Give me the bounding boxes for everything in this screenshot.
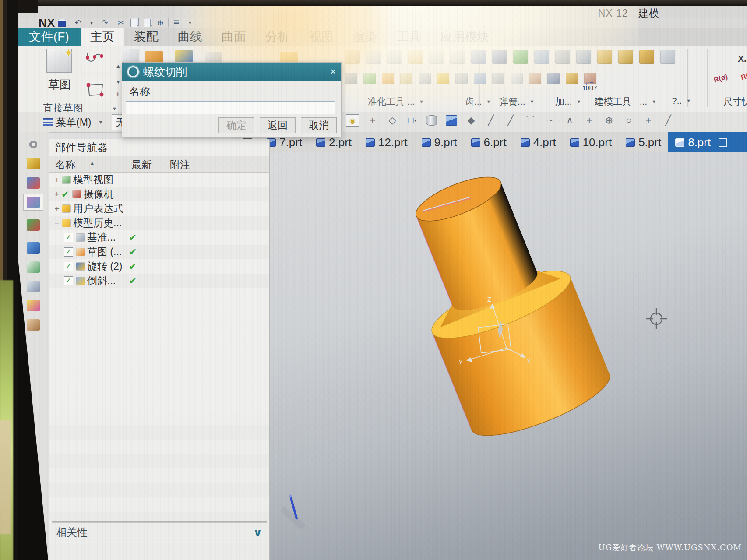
plus-icon[interactable]: + bbox=[642, 113, 655, 128]
part-tab[interactable]: 9.prt bbox=[415, 132, 464, 152]
expander-icon[interactable]: + bbox=[53, 175, 61, 185]
roles-icon[interactable] bbox=[24, 317, 43, 333]
ribbon-group-label[interactable]: 加... ▼ bbox=[555, 95, 581, 108]
orange-box-icon[interactable] bbox=[382, 73, 394, 84]
ribbon-tab[interactable]: 主页 bbox=[81, 28, 124, 46]
tree-row[interactable]: + ✔ 摄像机 bbox=[49, 187, 269, 201]
washer-icon[interactable] bbox=[408, 50, 423, 64]
gear-modeling-icon[interactable] bbox=[534, 50, 549, 64]
checkbox[interactable]: ✓ bbox=[64, 276, 73, 285]
checkbox[interactable]: ✓ bbox=[64, 262, 73, 271]
cut-icon[interactable]: ✂ bbox=[114, 18, 127, 28]
vee-block-icon[interactable] bbox=[450, 50, 465, 64]
tree-row[interactable]: − 模型历史... bbox=[49, 216, 269, 230]
part-tab[interactable]: 4.prt bbox=[514, 132, 563, 152]
cancel-button[interactable]: 取消 bbox=[301, 117, 337, 133]
arc-icon[interactable]: ⌒ bbox=[524, 113, 536, 128]
checkbox[interactable]: ✓ bbox=[64, 247, 73, 257]
ribbon-tab[interactable]: 视图 bbox=[300, 28, 343, 46]
corner-dim-icon[interactable] bbox=[660, 50, 675, 64]
point-icon[interactable]: + bbox=[366, 113, 379, 128]
ribbon-tab[interactable]: 文件(F) bbox=[18, 28, 81, 46]
column-latest[interactable]: 最新 bbox=[131, 158, 152, 172]
part-tab[interactable]: 5.prt bbox=[619, 132, 668, 152]
spring-stack-icon[interactable] bbox=[366, 50, 381, 64]
assembly-navigator-icon[interactable] bbox=[24, 156, 43, 172]
copy-icon[interactable] bbox=[127, 18, 141, 28]
expander-icon[interactable]: + bbox=[53, 204, 61, 214]
tree-row[interactable]: ✓ 旋转 (2) ✔ bbox=[49, 259, 269, 274]
expander-icon[interactable]: + bbox=[53, 190, 61, 199]
line2-icon[interactable]: ╱ bbox=[504, 113, 517, 128]
triangle-icon[interactable] bbox=[555, 50, 570, 64]
ribbon-group-label[interactable]: 弹簧... ▼ bbox=[499, 95, 534, 108]
clamp-icon[interactable] bbox=[429, 50, 444, 64]
tree-row[interactable]: + 用户表达式 bbox=[49, 201, 269, 216]
extension-spring-icon[interactable] bbox=[492, 50, 507, 64]
binocular-fit-icon[interactable] bbox=[547, 73, 560, 84]
cube-icon[interactable] bbox=[445, 113, 458, 128]
details-section-cut[interactable] bbox=[49, 543, 269, 560]
redo-icon[interactable]: ↷ bbox=[98, 18, 111, 28]
paste-icon[interactable] bbox=[141, 18, 154, 28]
history-icon[interactable] bbox=[24, 278, 43, 294]
visual-reports-icon[interactable] bbox=[24, 298, 43, 313]
ruler-list-icon[interactable] bbox=[419, 73, 431, 84]
part-tab[interactable]: 6.prt bbox=[464, 132, 514, 152]
scroll-down-icon[interactable]: ▼ bbox=[116, 79, 121, 85]
internet-explorer-icon[interactable] bbox=[24, 240, 43, 256]
rectangle-button[interactable] bbox=[81, 77, 109, 102]
save-icon[interactable] bbox=[55, 18, 68, 28]
folder-gear-icon[interactable] bbox=[618, 50, 633, 64]
snap-point-icon[interactable]: ◉ bbox=[346, 114, 359, 127]
part-tab[interactable]: 10.prt bbox=[563, 132, 619, 152]
slash-icon[interactable]: ╱ bbox=[662, 113, 674, 128]
cylinder-icon[interactable] bbox=[426, 113, 438, 128]
update-icon[interactable]: ⊕ bbox=[154, 18, 167, 28]
constraint-navigator-icon[interactable] bbox=[24, 175, 43, 191]
coil-spring-icon[interactable] bbox=[471, 50, 486, 64]
line-icon[interactable]: ╱ bbox=[485, 113, 497, 128]
more-icon[interactable]: ⇟ bbox=[116, 91, 120, 97]
ribbon-tab[interactable]: 装配 bbox=[124, 28, 168, 46]
grid-plus-icon[interactable] bbox=[474, 73, 486, 84]
hole-callout-icon[interactable]: ⌐¬ 10H7 bbox=[582, 80, 597, 91]
circle-center-icon[interactable]: ⊕ bbox=[603, 113, 615, 128]
tree-row[interactable]: + 模型视图 bbox=[49, 173, 269, 187]
menu-button[interactable]: 菜单(M) ▼ bbox=[43, 116, 103, 129]
name-input[interactable] bbox=[126, 101, 335, 114]
check-mate-icon[interactable] bbox=[513, 50, 528, 64]
ribbon-group-label[interactable]: 准化工具 ... ▼ bbox=[368, 95, 424, 108]
ribbon-tab[interactable]: 分析 bbox=[256, 28, 300, 46]
table-a-icon[interactable] bbox=[576, 50, 591, 64]
fan-icon[interactable] bbox=[492, 73, 504, 84]
sketch-button-label[interactable]: 草图 bbox=[48, 77, 71, 92]
dim-xx-icon[interactable]: X.X bbox=[738, 53, 747, 64]
ribbon-group-label[interactable]: 尺寸快速 ▼ bbox=[723, 95, 747, 108]
tree-row[interactable]: ✓ 倒斜... ✔ bbox=[49, 274, 269, 288]
yellow-washer-icon[interactable] bbox=[437, 73, 449, 84]
tree-row[interactable]: ✓ 基准... ✔ bbox=[49, 230, 269, 245]
datum-dashed-icon[interactable]: ◇ bbox=[386, 113, 398, 128]
list-dropdown-icon[interactable]: ▾ bbox=[183, 18, 197, 28]
green-boot-icon[interactable] bbox=[363, 73, 376, 84]
dependencies-section[interactable]: 相关性 ∨ bbox=[49, 523, 269, 542]
undo-dropdown-icon[interactable]: ▾ bbox=[85, 18, 98, 28]
part-tab[interactable]: 12.prt bbox=[359, 132, 415, 152]
gold-cubes-icon[interactable] bbox=[639, 50, 654, 64]
reuse-library-icon[interactable] bbox=[24, 217, 43, 233]
abc-pencil-icon[interactable] bbox=[400, 73, 412, 84]
part-tab[interactable]: 8.prt bbox=[668, 132, 747, 152]
dialog-title-bar[interactable]: 螺纹切削 × bbox=[122, 63, 341, 81]
folder-star-icon[interactable] bbox=[597, 50, 612, 64]
circle-icon[interactable]: ○ bbox=[623, 113, 635, 128]
sort-asc-icon[interactable]: ▲ bbox=[89, 160, 95, 166]
doc-icon[interactable] bbox=[511, 73, 523, 84]
profile-button[interactable] bbox=[81, 47, 109, 72]
settings-gear-icon[interactable] bbox=[24, 137, 43, 152]
column-note[interactable]: 附注 bbox=[170, 158, 190, 172]
spring-table-icon[interactable] bbox=[387, 50, 402, 64]
radius-dim-icon[interactable]: R(ø) bbox=[713, 72, 729, 84]
ribbon-tab[interactable]: 工具 bbox=[387, 28, 431, 46]
point-plus-icon[interactable]: + bbox=[583, 113, 595, 128]
